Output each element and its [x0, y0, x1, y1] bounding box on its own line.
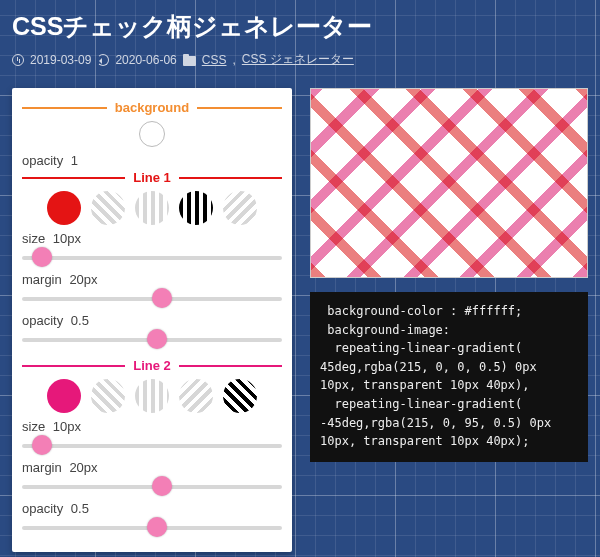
folder-icon	[183, 56, 196, 66]
line1-size-label: size	[22, 231, 45, 246]
slider-knob[interactable]	[152, 476, 172, 496]
slider-knob[interactable]	[147, 329, 167, 349]
swatch-black-diag[interactable]	[223, 379, 257, 413]
line1-opacity-slider[interactable]	[22, 330, 282, 348]
swatch-gray-diag[interactable]	[91, 379, 125, 413]
line2-size-field: size 10px	[22, 419, 282, 434]
page-title: CSSチェック柄ジェネレーター	[12, 10, 588, 43]
section-header-line2: Line 2	[22, 358, 282, 373]
line2-margin-value: 20px	[69, 460, 97, 475]
section-title-line1: Line 1	[133, 170, 171, 185]
line1-margin-label: margin	[22, 272, 62, 287]
meta-bar: 2019-03-09 2020-06-06 CSS , CSS ジェネレーター	[12, 51, 588, 68]
section-header-background: background	[22, 100, 282, 115]
css-output[interactable]: background-color : #ffffff; background-i…	[310, 292, 588, 462]
line1-swatches	[22, 191, 282, 225]
line1-size-value: 10px	[53, 231, 81, 246]
background-color-picker[interactable]	[139, 121, 165, 147]
rule-left	[22, 177, 125, 179]
line2-margin-field: margin 20px	[22, 460, 282, 475]
line2-opacity-value: 0.5	[71, 501, 89, 516]
swatch-solid-pink[interactable]	[47, 379, 81, 413]
category-link-css-generator[interactable]: CSS ジェネレーター	[242, 51, 354, 68]
line2-opacity-field: opacity 0.5	[22, 501, 282, 516]
section-header-line1: Line 1	[22, 170, 282, 185]
slider-track	[22, 444, 282, 448]
slider-knob[interactable]	[32, 247, 52, 267]
line2-size-label: size	[22, 419, 45, 434]
rule-right	[197, 107, 282, 109]
rule-left	[22, 107, 107, 109]
swatch-gray-vert[interactable]	[135, 191, 169, 225]
line2-margin-label: margin	[22, 460, 62, 475]
rule-right	[179, 365, 282, 367]
published-date: 2019-03-09	[30, 53, 91, 67]
category-separator: ,	[232, 53, 235, 67]
line2-swatches	[22, 379, 282, 413]
bg-opacity-field: opacity 1	[22, 153, 282, 168]
swatch-black-vert[interactable]	[179, 191, 213, 225]
section-title-line2: Line 2	[133, 358, 171, 373]
updated-date: 2020-06-06	[115, 53, 176, 67]
section-title-background: background	[115, 100, 189, 115]
controls-panel: background opacity 1 Line 1 size 10px	[12, 88, 292, 552]
line2-opacity-slider[interactable]	[22, 518, 282, 536]
refresh-icon	[97, 54, 109, 66]
line1-opacity-value: 0.5	[71, 313, 89, 328]
pattern-preview	[310, 88, 588, 278]
bg-opacity-value: 1	[71, 153, 78, 168]
slider-track	[22, 256, 282, 260]
rule-right	[179, 177, 282, 179]
category-link-css[interactable]: CSS	[202, 53, 227, 67]
line2-size-slider[interactable]	[22, 436, 282, 454]
line1-margin-value: 20px	[69, 272, 97, 287]
line1-size-field: size 10px	[22, 231, 282, 246]
line1-opacity-label: opacity	[22, 313, 63, 328]
swatch-gray-diag2[interactable]	[223, 191, 257, 225]
line1-margin-field: margin 20px	[22, 272, 282, 287]
rule-left	[22, 365, 125, 367]
bg-opacity-label: opacity	[22, 153, 63, 168]
line2-size-value: 10px	[53, 419, 81, 434]
line2-opacity-label: opacity	[22, 501, 63, 516]
slider-knob[interactable]	[152, 288, 172, 308]
swatch-gray-vert[interactable]	[135, 379, 169, 413]
swatch-gray-diag[interactable]	[91, 191, 125, 225]
clock-icon	[12, 54, 24, 66]
swatch-solid-red[interactable]	[47, 191, 81, 225]
swatch-gray-diag2[interactable]	[179, 379, 213, 413]
line1-margin-slider[interactable]	[22, 289, 282, 307]
line1-size-slider[interactable]	[22, 248, 282, 266]
line2-margin-slider[interactable]	[22, 477, 282, 495]
slider-knob[interactable]	[147, 517, 167, 537]
slider-knob[interactable]	[32, 435, 52, 455]
line1-opacity-field: opacity 0.5	[22, 313, 282, 328]
